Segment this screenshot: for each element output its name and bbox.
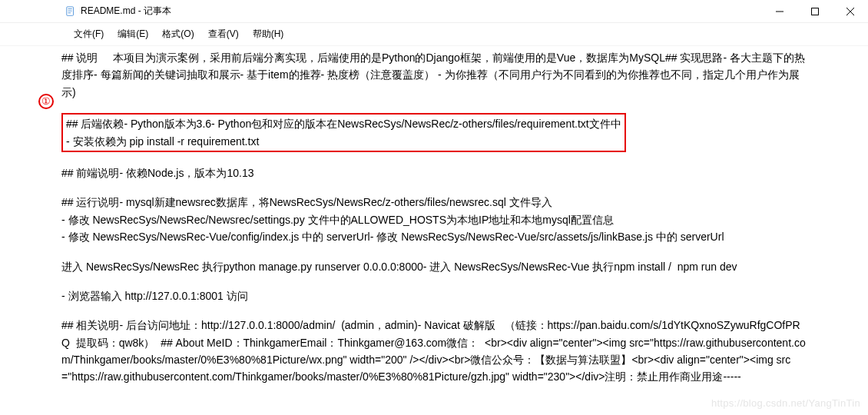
notepad-icon xyxy=(65,6,76,17)
paragraph-commands: 进入 NewsRecSys/NewsRec 执行python manage.py… xyxy=(61,258,807,275)
editor-content[interactable]: ## 说明 本项目为演示案例，采用前后端分离实现，后端使用的是Python的Dj… xyxy=(0,46,868,386)
menu-format[interactable]: 格式(O) xyxy=(156,26,200,42)
titlebar-left: README.md - 记事本 xyxy=(65,5,171,18)
paragraph-backend-l2: - 安装依赖为 pip install -r requirement.txt xyxy=(66,133,621,150)
menu-help[interactable]: 帮助(H) xyxy=(247,26,290,42)
titlebar[interactable]: README.md - 记事本 xyxy=(0,0,868,23)
annotation-badge-1: ① xyxy=(38,94,54,109)
window: README.md - 记事本 文件(F) 编辑(E) 格式(O) 查看(V) … xyxy=(0,0,868,386)
window-title: README.md - 记事本 xyxy=(81,5,171,18)
svg-rect-5 xyxy=(812,8,819,15)
paragraph-browser: - 浏览器输入 http://127.0.0.1:8001 访问 xyxy=(61,287,807,304)
paragraph-related: ## 相关说明- 后台访问地址：http://127.0.0.1:8000/ad… xyxy=(61,317,807,386)
paragraph-frontend: ## 前端说明- 依赖Node.js，版本为10.13 xyxy=(61,164,807,181)
highlight-annotation: ## 后端依赖- Python版本为3.6- Python包和对应的版本在New… xyxy=(61,113,626,152)
minimize-button[interactable] xyxy=(762,0,797,23)
menu-edit[interactable]: 编辑(E) xyxy=(111,26,154,42)
paragraph-backend-l1: ## 后端依赖- Python版本为3.6- Python包和对应的版本在New… xyxy=(66,115,621,132)
paragraph-intro: ## 说明 本项目为演示案例，采用前后端分离实现，后端使用的是Python的Dj… xyxy=(61,49,807,101)
menu-file[interactable]: 文件(F) xyxy=(68,26,110,42)
menubar: 文件(F) 编辑(E) 格式(O) 查看(V) 帮助(H) xyxy=(0,23,868,46)
paragraph-run: ## 运行说明- mysql新建newsrec数据库，将NewsRecSys/N… xyxy=(61,194,807,245)
watermark: https://blog.csdn.net/YangTinTin xyxy=(711,397,860,409)
window-controls xyxy=(762,0,868,22)
close-button[interactable] xyxy=(833,0,868,23)
menu-view[interactable]: 查看(V) xyxy=(202,26,245,42)
maximize-button[interactable] xyxy=(797,0,833,23)
